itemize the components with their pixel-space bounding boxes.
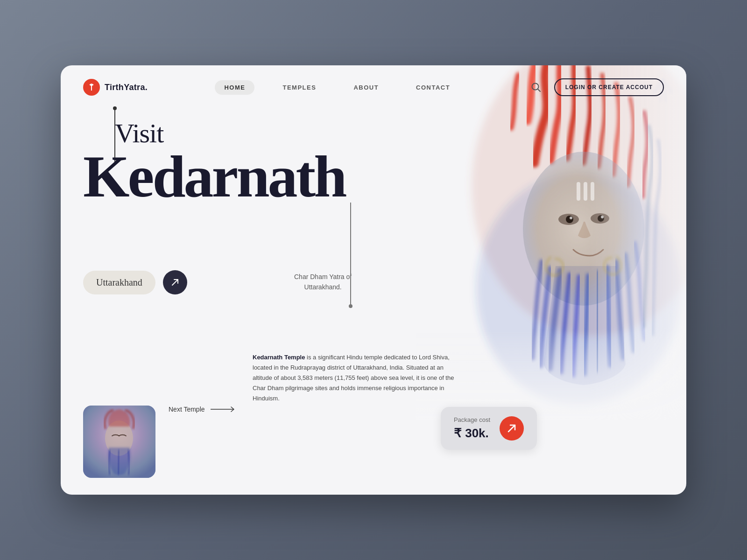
next-temple-label-text: Next Temple	[169, 406, 205, 413]
main-card: TirthYatra. HOME TEMPLES ABOUT CONTACT L…	[61, 65, 686, 495]
navbar: TirthYatra. HOME TEMPLES ABOUT CONTACT L…	[61, 65, 686, 109]
bottom-section: Next Temple Kedarnath Temple is a signif…	[83, 406, 664, 478]
location-pill: Uttarakhand	[83, 271, 155, 294]
main-content: Visit Kedarnath Uttarakhand Char Dham Ya…	[61, 109, 686, 495]
logo-icon	[83, 79, 100, 96]
next-temple-row: Next Temple	[169, 406, 664, 413]
logo: TirthYatra.	[83, 79, 148, 96]
nav-links: HOME TEMPLES ABOUT CONTACT	[215, 80, 459, 95]
title-section: Visit Kedarnath	[83, 119, 345, 205]
temple-thumbnail	[83, 406, 155, 478]
outer-background: TirthYatra. HOME TEMPLES ABOUT CONTACT L…	[0, 0, 747, 560]
nav-right: LOGIN OR CREATE ACCOUT	[527, 78, 664, 96]
svg-line-25	[537, 89, 540, 91]
search-button[interactable]	[527, 78, 545, 96]
temple-info: Next Temple Kedarnath Temple is a signif…	[169, 406, 664, 413]
location-row: Uttarakhand	[83, 270, 187, 294]
next-temple-arrow	[211, 406, 239, 413]
login-button[interactable]: LOGIN OR CREATE ACCOUT	[554, 78, 664, 96]
location-arrow-button[interactable]	[163, 270, 187, 294]
nav-contact[interactable]: CONTACT	[407, 80, 459, 95]
nav-temples[interactable]: TEMPLES	[273, 80, 325, 95]
hero-title: Kedarnath	[83, 148, 345, 205]
nav-about[interactable]: ABOUT	[344, 80, 388, 95]
decorative-right-line	[350, 203, 351, 305]
char-dham-text: Char Dham Yatra of Uttarakhand.	[294, 272, 352, 293]
svg-line-26	[172, 280, 178, 285]
temple-description: Kedarnath Temple is a significant Hindu …	[253, 352, 458, 404]
nav-home[interactable]: HOME	[215, 80, 254, 95]
logo-text: TirthYatra.	[105, 83, 148, 92]
